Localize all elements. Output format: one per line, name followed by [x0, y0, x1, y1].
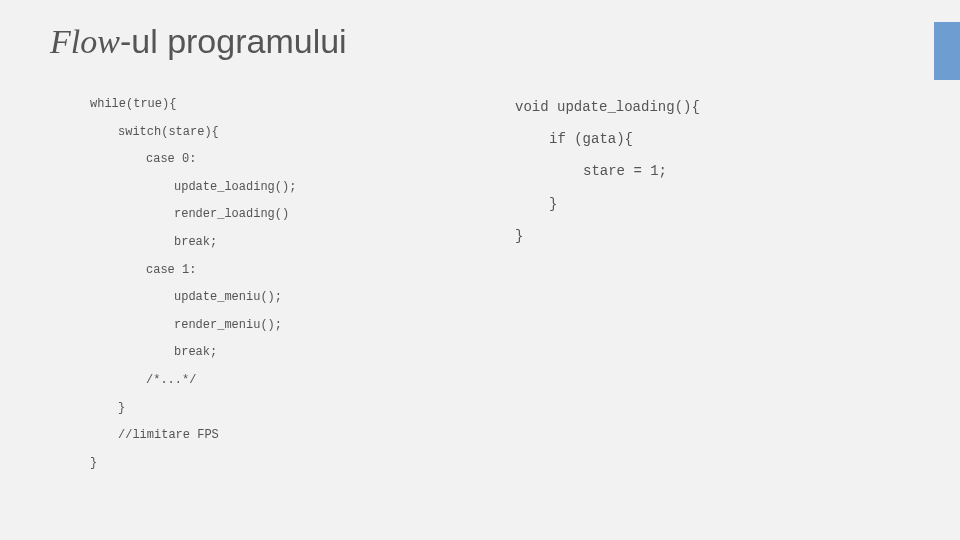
code-right: void update_loading(){if (gata){stare = …: [515, 91, 910, 477]
code-line: }: [515, 220, 910, 252]
accent-bar: [934, 22, 960, 80]
code-line: //limitare FPS: [90, 422, 485, 450]
code-line: }: [90, 395, 485, 423]
code-line: while(true){: [90, 97, 176, 111]
code-line: case 0:: [90, 146, 485, 174]
code-line: render_meniu();: [90, 312, 485, 340]
code-left: while(true){switch(stare){case 0:update_…: [90, 91, 485, 477]
code-line: stare = 1;: [515, 155, 910, 187]
code-line: void update_loading(){: [515, 91, 910, 123]
code-line: case 1:: [90, 257, 485, 285]
code-line: /*...*/: [90, 367, 485, 395]
code-line: if (gata){: [515, 123, 910, 155]
title-rest: -ul programului: [120, 22, 347, 60]
code-line: render_loading(): [90, 201, 485, 229]
code-line: }: [515, 188, 910, 220]
slide: Flow-ul programului while(true){switch(s…: [0, 0, 960, 540]
code-line: break;: [90, 229, 485, 257]
code-line: switch(stare){: [90, 119, 485, 147]
title-emphasis: Flow: [50, 23, 120, 60]
code-line: update_loading();: [90, 174, 485, 202]
code-line: }: [90, 456, 97, 470]
code-columns: while(true){switch(stare){case 0:update_…: [50, 91, 910, 477]
code-line: break;: [90, 339, 485, 367]
code-line: update_meniu();: [90, 284, 485, 312]
page-title: Flow-ul programului: [50, 22, 910, 61]
